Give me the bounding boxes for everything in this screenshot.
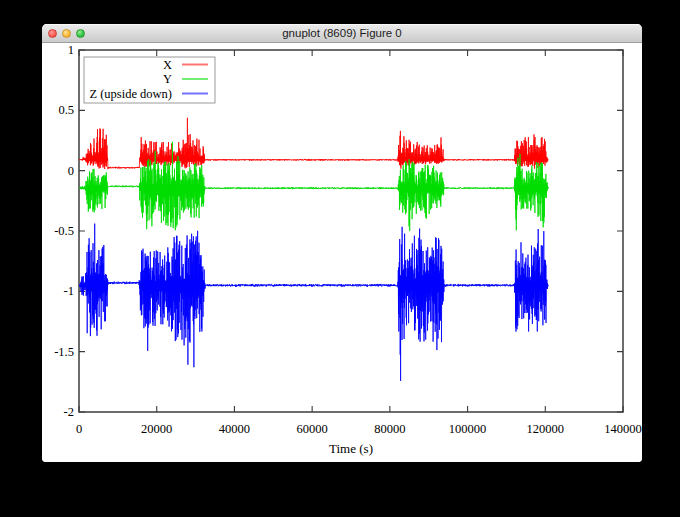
y-tick-label: 0.5	[58, 103, 74, 117]
legend: XYZ (upside down)	[84, 57, 215, 103]
series-line-z-upside-down	[79, 224, 548, 381]
x-tick-label: 80000	[374, 422, 405, 436]
x-axis-label: Time (s)	[329, 441, 373, 456]
series-line-y	[79, 142, 548, 231]
legend-label: Z (upside down)	[89, 87, 172, 101]
window-title: gnuplot (8609) Figure 0	[42, 24, 642, 42]
x-tick-label: 140000	[604, 422, 642, 436]
gnuplot-window: gnuplot (8609) Figure 0 0200004000060000…	[42, 24, 642, 462]
x-tick-label: 100000	[449, 422, 487, 436]
y-tick-label: -2	[64, 405, 74, 419]
series-group	[79, 118, 548, 381]
x-tick-label: 60000	[297, 422, 328, 436]
y-tick-label: -0.5	[54, 224, 74, 238]
x-tick-label: 120000	[527, 422, 565, 436]
y-tick-label: 0	[68, 164, 74, 178]
plot-area: 0200004000060000800001000001200001400001…	[42, 43, 642, 462]
x-tick-label: 20000	[141, 422, 172, 436]
y-tick-label: -1.5	[54, 345, 74, 359]
series-line-x	[79, 118, 548, 169]
y-tick-label: -1	[64, 284, 74, 298]
legend-label: Y	[163, 72, 172, 86]
legend-label: X	[163, 58, 172, 72]
chart-canvas: 0200004000060000800001000001200001400001…	[42, 43, 642, 462]
x-tick-label: 40000	[219, 422, 250, 436]
x-tick-label: 0	[76, 422, 82, 436]
y-tick-label: 1	[68, 43, 74, 57]
title-bar[interactable]: gnuplot (8609) Figure 0	[42, 24, 642, 43]
plot-frame	[79, 50, 623, 412]
